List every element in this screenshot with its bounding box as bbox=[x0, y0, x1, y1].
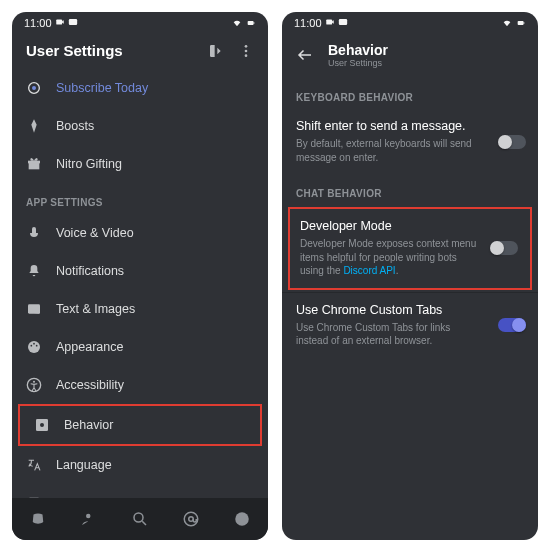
toggle-developer-mode[interactable] bbox=[490, 241, 518, 255]
svg-rect-10 bbox=[28, 161, 40, 164]
camera-icon bbox=[55, 17, 65, 27]
accessibility-icon bbox=[26, 377, 42, 393]
svg-point-24 bbox=[134, 513, 143, 522]
statusbar: 11:00 bbox=[12, 12, 268, 34]
phone-left: 11:00 User Settings Subscribe Today Boos… bbox=[12, 12, 268, 540]
battery-icon bbox=[246, 18, 256, 28]
sidebar-item-text-images[interactable]: Text & Images bbox=[12, 290, 268, 328]
wifi-icon bbox=[232, 18, 242, 28]
setting-developer-mode[interactable]: Developer Mode Developer Mode exposes co… bbox=[290, 209, 530, 288]
sidebar-item-label: Notifications bbox=[56, 264, 124, 278]
page-title: Behavior bbox=[328, 42, 524, 58]
status-right bbox=[488, 18, 526, 28]
wifi-icon bbox=[502, 18, 512, 28]
svg-rect-29 bbox=[338, 19, 346, 25]
setting-shift-enter[interactable]: Shift enter to send a message. By defaul… bbox=[282, 109, 538, 174]
svg-rect-31 bbox=[524, 22, 525, 24]
section-header-chat: CHAT BEHAVIOR bbox=[282, 174, 538, 205]
setting-title: Developer Mode bbox=[300, 219, 520, 233]
status-time: 11:00 bbox=[24, 17, 78, 29]
svg-rect-1 bbox=[68, 19, 76, 25]
svg-point-14 bbox=[28, 341, 40, 353]
sidebar-item-label: Appearance bbox=[56, 340, 123, 354]
camera-icon bbox=[325, 17, 335, 27]
sidebar-item-label: Nitro Gifting bbox=[56, 157, 122, 171]
page-title: User Settings bbox=[26, 42, 208, 59]
back-icon[interactable] bbox=[296, 46, 314, 64]
statusbar: 11:00 bbox=[282, 12, 538, 34]
phone-right: 11:00 Behavior User Settings KEYBOARD BE… bbox=[282, 12, 538, 540]
highlight-developer-mode: Developer Mode Developer Mode exposes co… bbox=[288, 207, 532, 290]
mute-icon bbox=[488, 18, 498, 28]
svg-point-19 bbox=[33, 381, 35, 383]
header: User Settings bbox=[12, 34, 268, 69]
boost-icon bbox=[26, 118, 42, 134]
toggle-shift-enter[interactable] bbox=[498, 135, 526, 149]
svg-rect-30 bbox=[518, 21, 524, 25]
sidebar-item-activity-status[interactable]: ? Activity Status bbox=[12, 484, 268, 498]
sidebar-item-boosts[interactable]: Boosts bbox=[12, 107, 268, 145]
discord-api-link[interactable]: Discord API bbox=[343, 265, 395, 276]
svg-point-16 bbox=[33, 343, 35, 345]
setting-desc: Use Chrome Custom Tabs for links instead… bbox=[296, 321, 524, 348]
sidebar-item-label: Boosts bbox=[56, 119, 94, 133]
search-icon[interactable] bbox=[131, 510, 149, 528]
gift-icon bbox=[26, 156, 42, 172]
setting-chrome-tabs[interactable]: Use Chrome Custom Tabs Use Chrome Custom… bbox=[282, 292, 538, 358]
mentions-icon[interactable] bbox=[182, 510, 200, 528]
section-header-keyboard: KEYBOARD BEHAVIOR bbox=[282, 78, 538, 109]
svg-rect-0 bbox=[56, 20, 62, 25]
status-time: 11:00 bbox=[294, 17, 348, 29]
sidebar-item-voice-video[interactable]: Voice & Video bbox=[12, 214, 268, 252]
svg-point-6 bbox=[245, 54, 248, 57]
page-subtitle: User Settings bbox=[328, 58, 524, 68]
svg-point-15 bbox=[30, 345, 32, 347]
sidebar-item-label: Subscribe Today bbox=[56, 81, 148, 95]
settings-list: Subscribe Today Boosts Nitro Gifting APP… bbox=[12, 69, 268, 498]
nitro-icon bbox=[26, 80, 42, 96]
sidebar-item-subscribe[interactable]: Subscribe Today bbox=[12, 69, 268, 107]
battery-icon bbox=[516, 18, 526, 28]
sidebar-item-label: Accessibility bbox=[56, 378, 124, 392]
image-icon bbox=[26, 301, 42, 317]
sidebar-item-notifications[interactable]: Notifications bbox=[12, 252, 268, 290]
setting-desc: By default, external keyboards will send… bbox=[296, 137, 524, 164]
setting-desc: Developer Mode exposes context menu item… bbox=[300, 237, 520, 278]
highlight-behavior: Behavior bbox=[18, 404, 262, 446]
svg-rect-9 bbox=[29, 163, 40, 170]
behavior-settings: KEYBOARD BEHAVIOR Shift enter to send a … bbox=[282, 78, 538, 540]
language-icon bbox=[26, 457, 42, 473]
sidebar-item-behavior[interactable]: Behavior bbox=[20, 406, 260, 444]
sidebar-item-language[interactable]: Language bbox=[12, 446, 268, 484]
logout-icon[interactable] bbox=[208, 43, 224, 59]
sidebar-item-accessibility[interactable]: Accessibility bbox=[12, 366, 268, 404]
bell-icon bbox=[26, 263, 42, 279]
svg-point-21 bbox=[40, 423, 44, 427]
status-right bbox=[218, 18, 256, 28]
sidebar-item-label: Voice & Video bbox=[56, 226, 134, 240]
youtube-icon bbox=[338, 17, 348, 27]
svg-rect-2 bbox=[248, 21, 254, 25]
sidebar-item-label: Text & Images bbox=[56, 302, 135, 316]
sidebar-item-nitro-gifting[interactable]: Nitro Gifting bbox=[12, 145, 268, 183]
section-header-app: APP SETTINGS bbox=[12, 183, 268, 214]
toggle-chrome-tabs[interactable] bbox=[498, 318, 526, 332]
avatar-icon[interactable] bbox=[233, 510, 251, 528]
youtube-icon bbox=[68, 17, 78, 27]
svg-rect-28 bbox=[326, 20, 332, 25]
overflow-icon[interactable] bbox=[238, 43, 254, 59]
setting-title: Use Chrome Custom Tabs bbox=[296, 303, 524, 317]
palette-icon bbox=[26, 339, 42, 355]
discord-icon[interactable] bbox=[29, 510, 47, 528]
svg-point-5 bbox=[245, 49, 248, 52]
svg-point-27 bbox=[236, 512, 250, 526]
svg-point-4 bbox=[245, 45, 248, 48]
svg-point-8 bbox=[32, 86, 36, 90]
svg-rect-3 bbox=[254, 22, 255, 24]
friends-icon[interactable] bbox=[80, 510, 98, 528]
bottom-nav bbox=[12, 498, 268, 540]
mute-icon bbox=[218, 18, 228, 28]
gear-icon bbox=[34, 417, 50, 433]
sidebar-item-appearance[interactable]: Appearance bbox=[12, 328, 268, 366]
svg-point-13 bbox=[30, 306, 33, 309]
